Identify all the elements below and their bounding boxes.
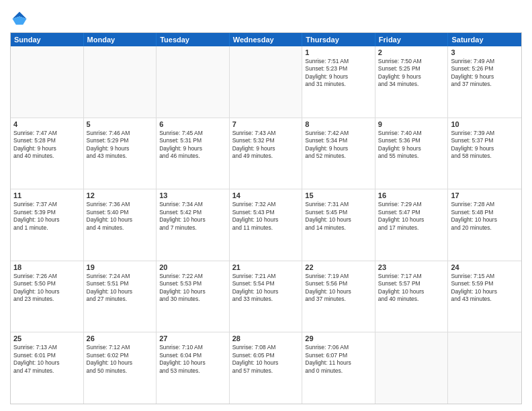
calendar: SundayMondayTuesdayWednesdayThursdayFrid… [10,32,522,404]
header [10,7,522,28]
calendar-day-14: 14Sunrise: 7:32 AM Sunset: 5:43 PM Dayli… [230,189,303,261]
day-number: 21 [232,263,300,271]
calendar-day-15: 15Sunrise: 7:31 AM Sunset: 5:45 PM Dayli… [302,189,375,261]
day-info: Sunrise: 7:50 AM Sunset: 5:25 PM Dayligh… [378,58,445,89]
day-info: Sunrise: 7:12 AM Sunset: 6:02 PM Dayligh… [87,344,154,375]
calendar-day-empty [448,332,521,404]
logo-icon [10,9,29,28]
day-number: 8 [305,120,372,128]
day-info: Sunrise: 7:24 AM Sunset: 5:51 PM Dayligh… [87,273,154,304]
day-number: 20 [159,263,226,271]
calendar-day-20: 20Sunrise: 7:22 AM Sunset: 5:53 PM Dayli… [157,261,230,332]
calendar-day-28: 28Sunrise: 7:08 AM Sunset: 6:05 PM Dayli… [230,332,303,404]
day-number: 17 [451,191,519,199]
day-info: Sunrise: 7:34 AM Sunset: 5:42 PM Dayligh… [159,201,226,232]
calendar-day-27: 27Sunrise: 7:10 AM Sunset: 6:04 PM Dayli… [157,332,230,404]
day-number: 3 [451,48,519,56]
header-cell-wednesday: Wednesday [230,33,303,46]
day-info: Sunrise: 7:21 AM Sunset: 5:54 PM Dayligh… [232,273,300,304]
calendar-day-26: 26Sunrise: 7:12 AM Sunset: 6:02 PM Dayli… [84,332,157,404]
calendar-day-17: 17Sunrise: 7:28 AM Sunset: 5:48 PM Dayli… [448,189,521,261]
day-info: Sunrise: 7:36 AM Sunset: 5:40 PM Dayligh… [87,201,154,232]
calendar-day-29: 29Sunrise: 7:06 AM Sunset: 6:07 PM Dayli… [302,332,375,404]
day-info: Sunrise: 7:40 AM Sunset: 5:36 PM Dayligh… [378,130,445,161]
day-number: 15 [305,191,372,199]
day-info: Sunrise: 7:17 AM Sunset: 5:57 PM Dayligh… [378,273,445,304]
day-number: 22 [305,263,372,271]
calendar-row-2: 11Sunrise: 7:37 AM Sunset: 5:39 PM Dayli… [11,189,521,261]
calendar-day-6: 6Sunrise: 7:45 AM Sunset: 5:31 PM Daylig… [157,118,230,189]
calendar-day-empty [11,46,84,118]
day-number: 23 [378,263,445,271]
day-info: Sunrise: 7:51 AM Sunset: 5:23 PM Dayligh… [305,58,372,89]
calendar-row-3: 18Sunrise: 7:26 AM Sunset: 5:50 PM Dayli… [11,261,521,332]
calendar-day-23: 23Sunrise: 7:17 AM Sunset: 5:57 PM Dayli… [375,261,449,332]
calendar-header: SundayMondayTuesdayWednesdayThursdayFrid… [11,33,521,46]
day-number: 5 [87,120,154,128]
calendar-day-24: 24Sunrise: 7:15 AM Sunset: 5:59 PM Dayli… [448,261,521,332]
header-cell-tuesday: Tuesday [157,33,230,46]
day-info: Sunrise: 7:32 AM Sunset: 5:43 PM Dayligh… [232,201,300,232]
day-number: 12 [87,191,154,199]
day-info: Sunrise: 7:08 AM Sunset: 6:05 PM Dayligh… [232,344,300,375]
day-number: 19 [87,263,154,271]
header-cell-friday: Friday [375,33,449,46]
day-number: 14 [232,191,300,199]
day-info: Sunrise: 7:39 AM Sunset: 5:37 PM Dayligh… [451,130,519,161]
calendar-day-5: 5Sunrise: 7:46 AM Sunset: 5:29 PM Daylig… [84,118,157,189]
day-info: Sunrise: 7:43 AM Sunset: 5:32 PM Dayligh… [232,130,300,161]
calendar-day-9: 9Sunrise: 7:40 AM Sunset: 5:36 PM Daylig… [375,118,449,189]
day-number: 6 [159,120,226,128]
page: SundayMondayTuesdayWednesdayThursdayFrid… [0,0,532,411]
calendar-day-1: 1Sunrise: 7:51 AM Sunset: 5:23 PM Daylig… [302,46,375,118]
calendar-day-18: 18Sunrise: 7:26 AM Sunset: 5:50 PM Dayli… [11,261,84,332]
day-info: Sunrise: 7:37 AM Sunset: 5:39 PM Dayligh… [13,201,81,232]
day-number: 7 [232,120,300,128]
logo [10,9,31,28]
calendar-day-8: 8Sunrise: 7:42 AM Sunset: 5:34 PM Daylig… [302,118,375,189]
day-number: 9 [378,120,445,128]
day-number: 28 [232,334,300,342]
calendar-day-empty [157,46,230,118]
calendar-day-empty [375,332,449,404]
day-info: Sunrise: 7:45 AM Sunset: 5:31 PM Dayligh… [159,130,226,161]
calendar-day-10: 10Sunrise: 7:39 AM Sunset: 5:37 PM Dayli… [448,118,521,189]
day-number: 4 [13,120,81,128]
calendar-body: 1Sunrise: 7:51 AM Sunset: 5:23 PM Daylig… [11,46,521,404]
day-info: Sunrise: 7:22 AM Sunset: 5:53 PM Dayligh… [159,273,226,304]
calendar-day-19: 19Sunrise: 7:24 AM Sunset: 5:51 PM Dayli… [84,261,157,332]
day-number: 11 [13,191,81,199]
calendar-day-2: 2Sunrise: 7:50 AM Sunset: 5:25 PM Daylig… [375,46,449,118]
day-number: 13 [159,191,226,199]
day-info: Sunrise: 7:29 AM Sunset: 5:47 PM Dayligh… [378,201,445,232]
day-number: 27 [159,334,226,342]
calendar-day-empty [84,46,157,118]
day-number: 18 [13,263,81,271]
calendar-row-1: 4Sunrise: 7:47 AM Sunset: 5:28 PM Daylig… [11,118,521,189]
day-number: 29 [305,334,372,342]
calendar-day-16: 16Sunrise: 7:29 AM Sunset: 5:47 PM Dayli… [375,189,449,261]
calendar-day-3: 3Sunrise: 7:49 AM Sunset: 5:26 PM Daylig… [448,46,521,118]
calendar-day-13: 13Sunrise: 7:34 AM Sunset: 5:42 PM Dayli… [157,189,230,261]
day-info: Sunrise: 7:10 AM Sunset: 6:04 PM Dayligh… [159,344,226,375]
day-number: 25 [13,334,81,342]
day-number: 26 [87,334,154,342]
day-info: Sunrise: 7:15 AM Sunset: 5:59 PM Dayligh… [451,273,519,304]
calendar-row-4: 25Sunrise: 7:13 AM Sunset: 6:01 PM Dayli… [11,332,521,404]
day-info: Sunrise: 7:26 AM Sunset: 5:50 PM Dayligh… [13,273,81,304]
calendar-day-21: 21Sunrise: 7:21 AM Sunset: 5:54 PM Dayli… [230,261,303,332]
day-number: 10 [451,120,519,128]
calendar-day-7: 7Sunrise: 7:43 AM Sunset: 5:32 PM Daylig… [230,118,303,189]
calendar-day-4: 4Sunrise: 7:47 AM Sunset: 5:28 PM Daylig… [11,118,84,189]
day-info: Sunrise: 7:46 AM Sunset: 5:29 PM Dayligh… [87,130,154,161]
calendar-day-25: 25Sunrise: 7:13 AM Sunset: 6:01 PM Dayli… [11,332,84,404]
header-cell-thursday: Thursday [302,33,375,46]
day-info: Sunrise: 7:47 AM Sunset: 5:28 PM Dayligh… [13,130,81,161]
calendar-day-11: 11Sunrise: 7:37 AM Sunset: 5:39 PM Dayli… [11,189,84,261]
day-number: 24 [451,263,519,271]
day-info: Sunrise: 7:19 AM Sunset: 5:56 PM Dayligh… [305,273,372,304]
calendar-day-22: 22Sunrise: 7:19 AM Sunset: 5:56 PM Dayli… [302,261,375,332]
day-number: 1 [305,48,372,56]
day-number: 16 [378,191,445,199]
calendar-day-empty [230,46,303,118]
